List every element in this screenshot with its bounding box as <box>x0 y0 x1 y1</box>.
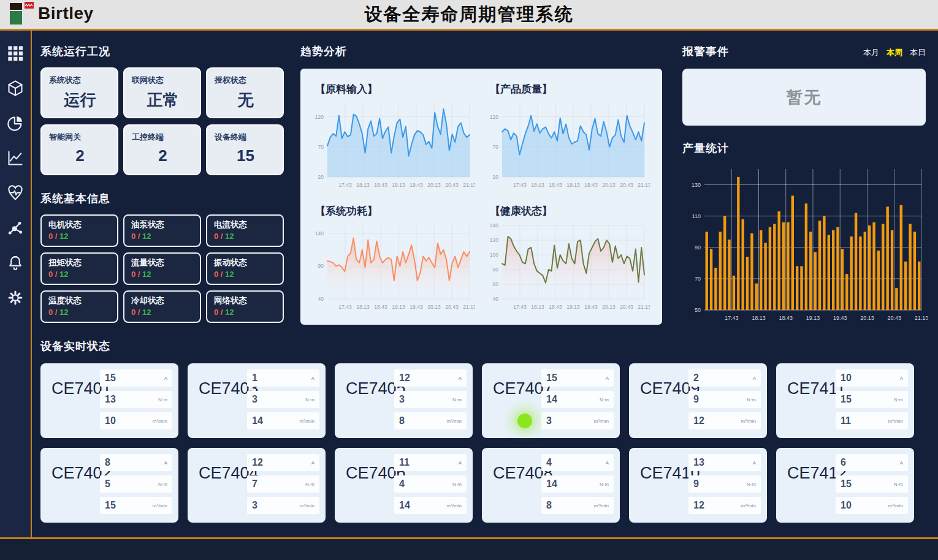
device-status-indicator-dot <box>517 414 532 428</box>
device-metric-row: 8 A <box>100 454 172 471</box>
trend-analysis-card: 【原料输入】 120702017:4318:1318:4319:1319:432… <box>300 69 662 325</box>
cube-icon[interactable] <box>6 79 25 97</box>
svg-text:18:13: 18:13 <box>531 182 544 188</box>
device-metric-value: 4 <box>546 457 552 468</box>
device-card[interactable]: CE7401 15 A 13 N·m 10 m³/min <box>40 363 178 438</box>
device-metric-unit: N·m <box>158 482 167 487</box>
svg-text:50: 50 <box>695 307 701 313</box>
device-card[interactable]: CE7412 6 A 15 N·m 10 m³/min <box>776 448 914 523</box>
device-metric-row: 7 N·m <box>247 475 319 493</box>
device-card[interactable]: CE7409 2 A 9 N·m 12 m³/min <box>629 363 767 438</box>
device-metric-value: 11 <box>841 415 851 426</box>
settings-gear-icon[interactable] <box>6 289 25 307</box>
device-metric-unit: m³/min <box>594 503 609 509</box>
device-metric-row: 6 A <box>836 454 908 471</box>
info-card: 油泵状态 0 / 12 <box>123 214 201 247</box>
device-metric-value: 12 <box>693 415 704 426</box>
svg-text:17:43: 17:43 <box>338 304 352 310</box>
device-metric-value: 7 <box>252 479 257 490</box>
svg-text:17:43: 17:43 <box>725 315 739 321</box>
device-card[interactable]: CE7405 12 A 3 N·m 8 m³/min <box>335 363 473 438</box>
device-metric-value: 11 <box>399 457 410 468</box>
svg-text:40: 40 <box>493 296 499 302</box>
device-realtime-title: 设备实时状态 <box>40 339 931 354</box>
device-metric-unit: N·m <box>305 397 315 403</box>
device-metric-value: 6 <box>841 457 846 468</box>
device-metric-unit: m³/min <box>594 418 609 424</box>
device-metric-unit: N·m <box>600 482 609 487</box>
svg-text:21:13: 21:13 <box>638 304 650 310</box>
device-card[interactable]: CE7403 1 A 3 N·m 14 m³/min <box>188 363 326 438</box>
device-metric-value: 8 <box>546 500 552 511</box>
device-metric-value: 10 <box>841 500 852 511</box>
device-metric-row: 14 m³/min <box>394 497 467 514</box>
info-card-value: 0 / 12 <box>214 308 276 317</box>
device-metric-row: 14 N·m <box>541 391 614 408</box>
device-metric-row: 3 m³/min <box>247 497 319 514</box>
device-metric-value: 3 <box>546 415 552 426</box>
device-metric-value: 9 <box>693 479 699 490</box>
device-card[interactable]: CE7411 10 A 15 N·m 11 m³/min <box>776 363 914 438</box>
device-metric-row: 3 N·m <box>247 391 319 408</box>
tab-this-month[interactable]: 本月 <box>863 47 879 58</box>
line-chart-icon[interactable] <box>6 149 25 167</box>
status-card-value: 无 <box>215 89 276 111</box>
device-metric-unit: A <box>606 376 609 381</box>
health-pulse-icon[interactable] <box>6 184 25 202</box>
device-metric-value: 8 <box>399 415 405 426</box>
device-card[interactable]: CE7407 15 A 14 N·m 3 m³/min <box>482 363 620 438</box>
device-card[interactable]: CE7404 12 A 7 N·m 3 m³/min <box>188 448 326 523</box>
svg-text:130: 130 <box>692 182 701 188</box>
device-metric-value: 15 <box>841 479 852 490</box>
device-card[interactable]: CE7402 8 A 5 N·m 15 m³/min <box>40 448 178 523</box>
network-nodes-icon[interactable] <box>6 219 25 237</box>
info-card: 网络状态 0 / 12 <box>206 290 284 323</box>
status-card-value: 运行 <box>49 89 111 111</box>
svg-text:140: 140 <box>490 222 498 229</box>
device-metric-unit: A <box>459 376 462 381</box>
device-metric-value: 15 <box>546 373 557 384</box>
device-metric-value: 8 <box>105 457 110 468</box>
device-metric-row: 11 A <box>394 454 467 471</box>
device-metric-value: 3 <box>399 394 405 405</box>
pie-chart-icon[interactable] <box>6 114 25 132</box>
info-card-value: 0 / 12 <box>131 270 194 279</box>
device-metric-unit: m³/min <box>300 503 315 509</box>
device-metric-unit: A <box>311 460 315 466</box>
device-metric-unit: N·m <box>894 482 903 487</box>
system-status-title: 系统运行工况 <box>40 44 289 59</box>
bell-icon[interactable] <box>6 254 25 272</box>
device-metric-row: 3 m³/min <box>541 412 614 429</box>
system-info-title: 系统基本信息 <box>40 191 289 206</box>
svg-text:21:13: 21:13 <box>915 315 928 321</box>
apps-grid-icon[interactable] <box>6 44 25 62</box>
device-metric-unit: m³/min <box>741 418 756 424</box>
info-card: 冷却状态 0 / 12 <box>123 290 201 323</box>
status-card-label: 设备终端 <box>215 132 276 143</box>
status-card-label: 授权状态 <box>215 75 276 86</box>
svg-text:20:43: 20:43 <box>445 304 459 310</box>
tab-today[interactable]: 本日 <box>910 47 926 58</box>
svg-text:18:43: 18:43 <box>549 182 562 188</box>
system-info-panel: 系统基本信息 电机状态 0 / 12 油泵状态 0 / 12 电流状态 0 / … <box>40 191 289 323</box>
svg-text:18:13: 18:13 <box>356 182 370 188</box>
svg-text:70: 70 <box>318 144 324 150</box>
device-metric-value: 3 <box>252 394 257 405</box>
device-metric-unit: m³/min <box>300 418 315 424</box>
status-card: 联网状态 正常 <box>123 67 201 118</box>
svg-text:18:43: 18:43 <box>779 315 793 321</box>
device-card[interactable]: CE7406 11 A 4 N·m 14 m³/min <box>335 448 473 523</box>
svg-text:19:13: 19:13 <box>806 315 820 321</box>
device-metric-row: 14 N·m <box>541 475 614 493</box>
svg-text:20:13: 20:13 <box>602 182 616 188</box>
status-card-label: 智能网关 <box>49 132 111 143</box>
svg-text:80: 80 <box>493 267 499 273</box>
info-card-label: 温度状态 <box>48 295 111 306</box>
device-card[interactable]: CE7410 13 A 9 N·m 12 m³/min <box>629 448 767 523</box>
svg-text:19:43: 19:43 <box>833 315 847 321</box>
device-card[interactable]: CE7408 4 A 14 N·m 8 m³/min <box>482 448 620 523</box>
trend-analysis-panel: 趋势分析 【原料输入】 120702017:4318:1318:4319:131… <box>300 44 668 325</box>
device-metric-row: 12 m³/min <box>688 497 761 514</box>
tab-this-week[interactable]: 本周 <box>887 47 902 58</box>
svg-text:19:13: 19:13 <box>566 182 580 188</box>
